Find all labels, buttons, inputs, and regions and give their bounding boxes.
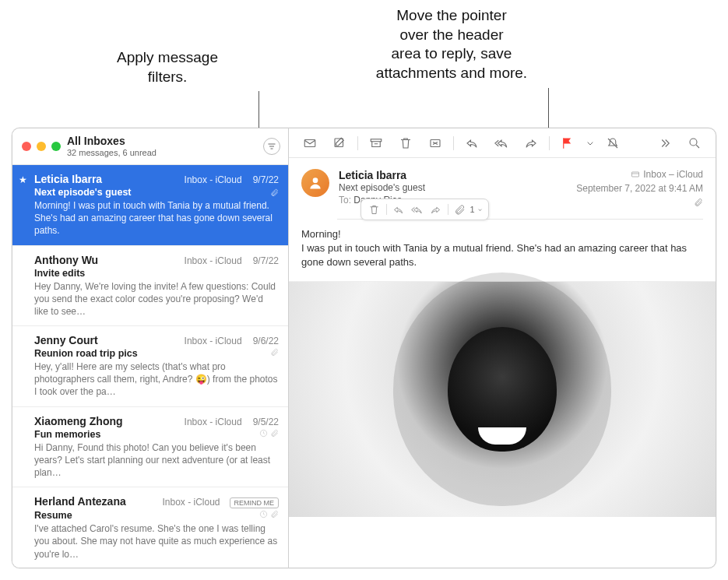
message-body-line: Morning! — [301, 227, 703, 241]
zoom-window-button[interactable] — [51, 142, 61, 151]
message-date: 9/5/22 — [253, 417, 279, 427]
reply-button[interactable] — [459, 133, 485, 153]
person-icon — [308, 175, 323, 191]
svg-point-6 — [690, 139, 697, 146]
message-mailbox-label: Inbox – iCloud — [643, 169, 703, 180]
toolbar-separator — [549, 136, 550, 150]
toolbar-separator — [453, 136, 454, 150]
message-preview: Hey, y'all! Here are my selects (that's … — [34, 360, 279, 399]
popover-attachment-count[interactable]: 1 — [470, 205, 484, 214]
message-list[interactable]: ★Leticia IbarraInbox - iCloud9/7/22Next … — [12, 165, 288, 568]
minimize-window-button[interactable] — [37, 142, 46, 151]
message-subject: Fun memories — [34, 429, 279, 440]
message-date: 9/7/22 — [253, 174, 279, 185]
filter-button[interactable] — [263, 138, 280, 155]
svg-point-7 — [313, 178, 318, 183]
mute-button[interactable] — [600, 133, 626, 153]
flag-menu-button[interactable] — [584, 133, 596, 153]
get-mail-button[interactable] — [297, 133, 323, 153]
mail-window: All Inboxes 32 messages, 6 unread ★Letic… — [12, 128, 716, 568]
forward-button[interactable] — [518, 133, 544, 153]
popover-reply-button[interactable] — [390, 202, 407, 216]
message-list-panel: All Inboxes 32 messages, 6 unread ★Letic… — [12, 128, 289, 568]
message-body: Morning! I was put in touch with Tania b… — [289, 220, 716, 270]
message-row[interactable]: Anthony WuInbox - iCloud9/7/22Invite edi… — [12, 246, 288, 327]
header-action-popover[interactable]: 1 — [360, 199, 489, 220]
message-indicators — [259, 510, 279, 518]
message-subject: Invite edits — [34, 268, 279, 279]
reply-all-icon — [494, 136, 508, 150]
svg-rect-2 — [304, 139, 315, 146]
message-subject: Reunion road trip pics — [34, 348, 279, 359]
message-date: September 7, 2022 at 9:41 AM — [576, 183, 703, 194]
reply-all-button[interactable] — [488, 133, 515, 153]
flag-button[interactable] — [554, 133, 581, 153]
paperclip-icon — [454, 204, 466, 216]
junk-icon — [428, 136, 442, 150]
message-header[interactable]: Leticia Ibarra Next episode's guest To: … — [289, 158, 716, 214]
compose-icon — [332, 136, 346, 150]
callout-filter: Apply messagefilters. — [55, 48, 280, 134]
message-indicators — [259, 429, 279, 438]
trash-icon — [399, 136, 413, 150]
popover-delete-button[interactable] — [366, 202, 383, 216]
reply-all-icon — [411, 204, 423, 216]
callout-header-hover: Move the pointerover the headerarea to r… — [327, 6, 576, 131]
paperclip-icon — [270, 510, 279, 518]
junk-button[interactable] — [422, 133, 448, 153]
message-row[interactable]: ★Leticia IbarraInbox - iCloud9/7/22Next … — [12, 165, 288, 246]
more-toolbar-button[interactable] — [652, 133, 678, 153]
forward-icon — [430, 204, 441, 216]
archive-icon — [369, 136, 383, 150]
reply-icon — [465, 136, 479, 150]
svg-rect-4 — [371, 139, 382, 141]
message-mailbox: Inbox - iCloud — [185, 417, 242, 427]
message-row[interactable]: Jenny CourtInbox - iCloud9/6/22Reunion r… — [12, 326, 288, 407]
toolbar — [289, 128, 716, 158]
message-attachment-indicator — [576, 195, 703, 209]
message-mailbox[interactable]: Inbox – iCloud — [631, 169, 703, 180]
archive-button[interactable] — [363, 133, 389, 153]
message-sender: Herland Antezana — [34, 495, 126, 508]
message-row[interactable]: Herland AntezanaInbox - iCloudREMIND MER… — [12, 487, 288, 568]
toolbar-separator — [357, 136, 358, 150]
sender-avatar[interactable] — [301, 169, 329, 197]
message-mailbox: Inbox - iCloud — [185, 174, 242, 185]
forward-icon — [524, 136, 538, 150]
unread-star-icon: ★ — [19, 174, 27, 185]
message-row[interactable]: Xiaomeng ZhongInbox - iCloud9/5/22Fun me… — [12, 407, 288, 488]
callout-filter-text: Apply messagefilters. — [117, 49, 218, 85]
message-list-header: All Inboxes 32 messages, 6 unread — [12, 128, 288, 165]
search-icon — [688, 136, 702, 150]
message-preview: I've attached Carol's resume. She's the … — [34, 522, 279, 561]
search-button[interactable] — [681, 133, 708, 153]
close-window-button[interactable] — [22, 142, 31, 151]
popover-forward-button[interactable] — [427, 202, 445, 216]
filter-icon — [267, 142, 276, 151]
message-indicators — [270, 348, 279, 357]
popover-attachment-count-value: 1 — [470, 205, 475, 214]
window-controls[interactable] — [22, 142, 61, 151]
paperclip-icon — [270, 188, 279, 197]
message-mailbox: Inbox - iCloud — [162, 497, 220, 508]
paperclip-icon — [270, 429, 279, 438]
clock-icon — [259, 429, 268, 438]
message-inline-image[interactable] — [289, 281, 716, 517]
delete-button[interactable] — [392, 133, 419, 153]
mailbox-title: All Inboxes 32 messages, 6 unread — [67, 135, 257, 158]
flag-icon — [561, 136, 575, 150]
paperclip-icon — [270, 348, 279, 357]
message-body-line: I was put in touch with Tania by a mutua… — [301, 241, 703, 269]
clock-icon — [259, 510, 268, 518]
chevron-down-icon — [584, 136, 596, 150]
mailbox-status: 32 messages, 6 unread — [67, 148, 257, 158]
message-sender: Anthony Wu — [34, 254, 98, 266]
callout-header-text: Move the pointerover the headerarea to r… — [376, 7, 527, 81]
message-subject: Next episode's guest — [339, 182, 567, 193]
popover-attachments-button[interactable] — [452, 202, 469, 216]
chevron-down-icon — [477, 206, 484, 213]
message-viewer-panel: Leticia Ibarra Next episode's guest To: … — [289, 128, 716, 568]
popover-reply-all-button[interactable] — [409, 202, 426, 216]
compose-button[interactable] — [326, 133, 353, 153]
reply-icon — [392, 204, 404, 216]
